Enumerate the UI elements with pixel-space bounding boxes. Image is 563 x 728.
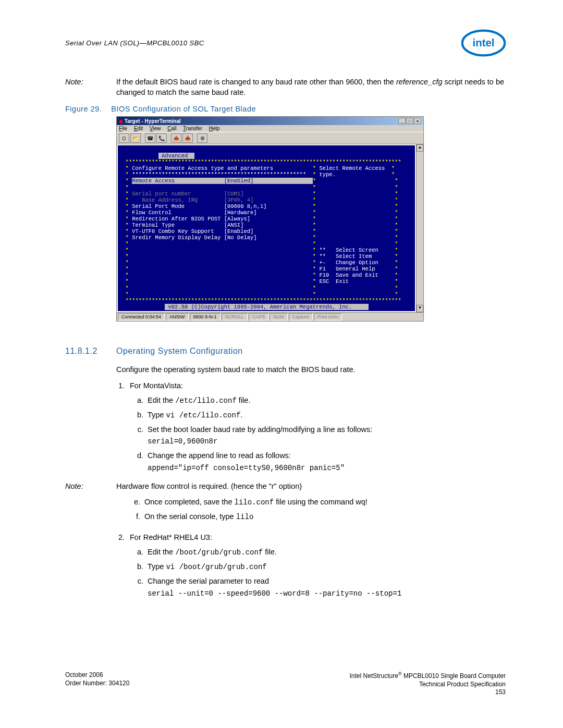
menu-call[interactable]: Call xyxy=(167,126,176,131)
list-item: For RedHat* RHEL4 U3: Edit the /boot/gru… xyxy=(127,532,506,599)
open-icon[interactable]: 📂 xyxy=(130,133,141,143)
list-item: For MontaVista: Edit the /etc/lilo.conf … xyxy=(127,380,506,474)
list-item: Change the append line to read as follow… xyxy=(145,450,506,474)
maximize-button[interactable]: □ xyxy=(406,118,413,124)
menu-file[interactable]: File xyxy=(119,126,127,131)
note-text: If the default BIOS baud rate is changed… xyxy=(116,77,506,97)
status-emulation: ANSIW xyxy=(166,313,189,320)
page-header: Serial Over LAN (SOL)—MPCBL0010 SBC xyxy=(65,39,506,47)
properties-icon[interactable]: ⚙ xyxy=(197,133,207,143)
menu-edit[interactable]: Edit xyxy=(134,126,143,131)
status-caps: CAPS xyxy=(249,313,269,320)
menubar: File Edit View Call Transfer Help xyxy=(117,125,423,132)
note-label: Note: xyxy=(65,481,116,491)
list-item: Once completed, save the lilo.conf file … xyxy=(142,497,506,508)
footer-right: Intel NetStructure® MPCBL0010 Single Boa… xyxy=(350,671,506,697)
page-footer: October 2006 Order Number: 304120 Intel … xyxy=(65,671,506,697)
list-item: Set the boot loader baud rate by adding/… xyxy=(145,424,506,448)
note-text: Hardware flow control is required. (henc… xyxy=(116,481,302,491)
titlebar: ◆ Target - HyperTerminal _ □ × xyxy=(117,117,423,125)
list-item: Edit the /etc/lilo.conf file. xyxy=(145,395,506,406)
menu-view[interactable]: View xyxy=(150,126,161,131)
receive-icon[interactable]: 📥 xyxy=(182,133,193,143)
note-block: Note: Hardware flow control is required.… xyxy=(65,481,506,491)
sub-list: Edit the /boot/grub/grub.conf file. Type… xyxy=(145,547,506,599)
note-block: Note: If the default BIOS baud rate is c… xyxy=(65,77,506,97)
status-settings: 9600 8-N-1 xyxy=(190,313,221,320)
hangup-icon[interactable]: 📞 xyxy=(156,133,167,143)
status-connected: Connected 0:04:54 xyxy=(118,313,165,320)
sub-list: Edit the /etc/lilo.conf file. Type vi /e… xyxy=(145,395,506,474)
new-icon[interactable]: 🗋 xyxy=(119,133,129,143)
minimize-button[interactable]: _ xyxy=(398,118,406,124)
section-heading: 11.8.1.2 Operating System Configuration xyxy=(65,347,506,356)
call-icon[interactable]: ☎ xyxy=(145,133,155,143)
hyperterminal-window: ◆ Target - HyperTerminal _ □ × File Edit… xyxy=(116,116,424,322)
svg-text:intel: intel xyxy=(473,37,495,48)
sub-list-continued: Once completed, save the lilo.conf file … xyxy=(142,497,506,523)
send-icon[interactable]: 📤 xyxy=(171,133,181,143)
menu-help[interactable]: Help xyxy=(209,126,220,131)
status-num: NUM xyxy=(270,313,288,320)
window-controls: _ □ × xyxy=(398,118,421,124)
list-item: On the serial console, type lilo xyxy=(142,511,506,523)
close-button[interactable]: × xyxy=(414,118,421,124)
intro-text: Configure the operating system baud rate… xyxy=(116,364,506,375)
note-label: Note: xyxy=(65,77,116,97)
toolbar: 🗋 📂 ☎ 📞 📤 📥 ⚙ xyxy=(117,132,423,144)
list-item: Edit the /boot/grub/grub.conf file. xyxy=(145,547,506,558)
bios-screen: Advanced *******************************… xyxy=(118,145,415,311)
status-scroll: SCROLL xyxy=(222,313,248,320)
status-printecho: Print echo xyxy=(314,313,342,320)
main-list-continued: For RedHat* RHEL4 U3: Edit the /boot/gru… xyxy=(127,532,506,599)
scroll-up-icon[interactable]: ▲ xyxy=(417,144,423,152)
figure-caption: Figure 29.BIOS Configuration of SOL Targ… xyxy=(65,105,506,113)
terminal-container: ▲ ▼ Advanced ***************************… xyxy=(117,144,423,312)
scrollbar[interactable]: ▲ ▼ xyxy=(416,144,423,312)
status-capture: Capture xyxy=(289,313,313,320)
main-list: For MontaVista: Edit the /etc/lilo.conf … xyxy=(127,380,506,474)
intel-logo: intel xyxy=(461,29,506,57)
list-item: Type vi /etc/lilo.conf. xyxy=(145,410,506,421)
statusbar: Connected 0:04:54 ANSIW 9600 8-N-1 SCROL… xyxy=(117,312,423,321)
scroll-down-icon[interactable]: ▼ xyxy=(417,305,423,312)
menu-transfer[interactable]: Transfer xyxy=(183,126,202,131)
footer-left: October 2006 Order Number: 304120 xyxy=(65,671,129,697)
list-item: Type vi /boot/grub/grub.conf xyxy=(145,561,506,573)
list-item: Change the serial parameter to readseria… xyxy=(145,576,506,599)
